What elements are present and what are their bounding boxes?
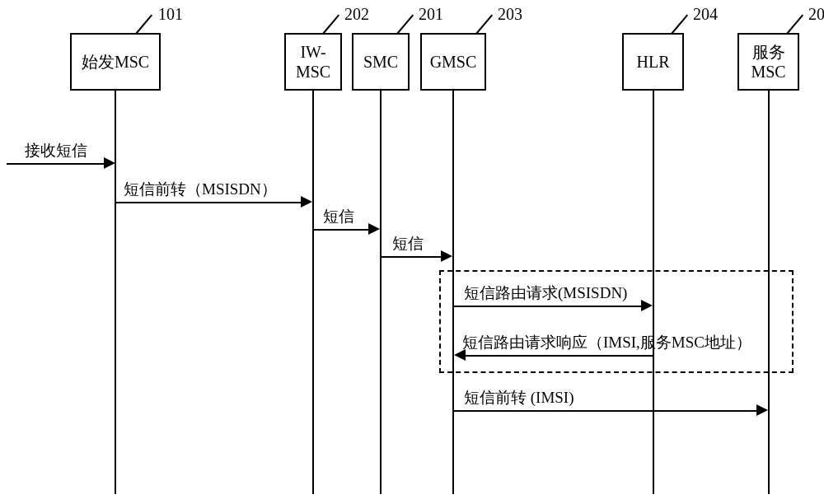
node-originating-msc: 始发MSC xyxy=(70,33,161,91)
arrow xyxy=(382,256,441,258)
arrow xyxy=(314,229,368,231)
arrow xyxy=(454,410,756,412)
tick-line xyxy=(135,14,152,34)
arrow xyxy=(7,163,105,165)
sequence-diagram: 101 始发MSC 202 IW- MSC 201 SMC 203 GMSC 2… xyxy=(0,0,824,504)
node-iw-msc: IW- MSC xyxy=(284,33,342,91)
msg-sms-forward-imsi: 短信前转 (IMSI) xyxy=(464,387,574,408)
node-id-101: 101 xyxy=(158,5,183,24)
node-id-204: 204 xyxy=(693,5,718,24)
msg-receive-sms: 接收短信 xyxy=(25,140,87,161)
node-gmsc: GMSC xyxy=(420,33,486,91)
msg-sms-1: 短信 xyxy=(323,206,354,227)
arrow-head-icon xyxy=(104,157,115,169)
node-label: 服务 MSC xyxy=(751,42,785,82)
lifeline xyxy=(380,91,382,494)
arrow-head-icon xyxy=(301,196,312,208)
msg-sms-2: 短信 xyxy=(392,233,424,254)
arrow xyxy=(454,306,641,307)
lifeline xyxy=(312,91,314,494)
tick-line xyxy=(671,14,688,34)
node-serving-msc: 服务 MSC xyxy=(737,33,799,91)
tick-line xyxy=(786,14,803,34)
arrow xyxy=(116,202,301,203)
arrow-head-icon xyxy=(756,404,768,416)
tick-line xyxy=(322,14,339,34)
arrow-head-icon xyxy=(454,349,466,361)
node-label: IW- MSC xyxy=(296,42,330,82)
node-hlr: HLR xyxy=(622,33,684,91)
node-id-203: 203 xyxy=(498,5,522,24)
arrow-head-icon xyxy=(641,300,653,311)
node-id-205: 205 xyxy=(808,5,824,24)
node-id-202: 202 xyxy=(344,5,369,24)
msg-sms-forward-msisdn: 短信前转（MSISDN） xyxy=(124,179,277,200)
node-label: GMSC xyxy=(430,52,477,72)
msg-route-resp: 短信路由请求响应（IMSI,服务MSC地址） xyxy=(462,332,751,353)
arrow xyxy=(464,355,653,357)
lifeline xyxy=(115,91,116,494)
node-label: HLR xyxy=(637,52,670,72)
node-label: 始发MSC xyxy=(82,52,149,72)
arrow-head-icon xyxy=(368,223,380,235)
arrow-head-icon xyxy=(441,250,452,262)
tick-line xyxy=(475,14,493,34)
node-smc: SMC xyxy=(352,33,410,91)
msg-route-req: 短信路由请求(MSISDN) xyxy=(464,282,627,304)
node-label: SMC xyxy=(363,52,398,72)
tick-line xyxy=(396,14,414,34)
node-id-201: 201 xyxy=(419,5,443,24)
